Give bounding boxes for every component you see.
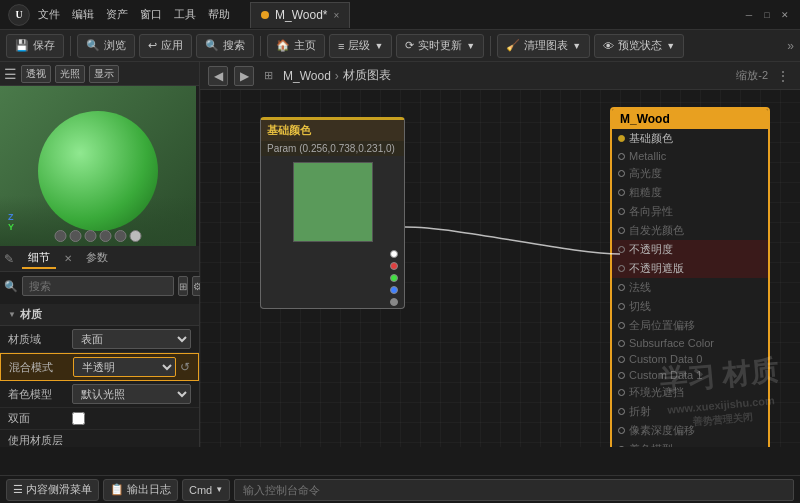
layers-label: 层级	[348, 38, 370, 53]
prop-blend-label: 混合模式	[9, 360, 69, 375]
prop-blend-select[interactable]: 半透明	[73, 357, 176, 377]
node-basic-preview	[293, 162, 373, 242]
clean-chevron: ▼	[572, 41, 581, 51]
menu-assets[interactable]: 资产	[106, 7, 128, 22]
prop-shade-label: 着色模型	[8, 387, 68, 402]
grid-view-button[interactable]: ⊞	[178, 276, 188, 296]
breadcrumb-icon: ⊞	[264, 69, 273, 82]
pin-custom1[interactable]	[618, 372, 625, 379]
panel-tabs: ✎ 细节 ✕ 参数	[0, 246, 199, 272]
lighting-button[interactable]: 光照	[55, 65, 85, 83]
pin-custom0[interactable]	[618, 356, 625, 363]
node-input-subsurface: Subsurface Color	[612, 335, 768, 351]
pin-base-color[interactable]	[618, 135, 625, 142]
prop-shade-select[interactable]: 默认光照	[72, 384, 191, 404]
search-button[interactable]: 🔍 搜索	[196, 34, 254, 58]
content-menu-button[interactable]: ☰ 内容侧滑菜单	[6, 479, 99, 501]
ctrl-dot-5[interactable]	[115, 230, 127, 242]
pin-alpha[interactable]	[390, 298, 398, 306]
tab-modified-dot	[261, 11, 269, 19]
ctrl-dot-2[interactable]	[70, 230, 82, 242]
material-section-header[interactable]: ▼ 材质	[0, 304, 199, 326]
title-bar: U 文件 编辑 资产 窗口 工具 帮助 M_Wood* × ─ □ ✕	[0, 0, 800, 30]
pin-subsurface[interactable]	[618, 340, 625, 347]
menu-edit[interactable]: 编辑	[72, 7, 94, 22]
pin-green[interactable]	[390, 274, 398, 282]
pin-white[interactable]	[390, 250, 398, 258]
apply-icon: ↩	[148, 39, 157, 52]
pin-tangent[interactable]	[618, 303, 625, 310]
nav-back-button[interactable]: ◀	[208, 66, 228, 86]
layers-button[interactable]: ≡ 层级 ▼	[329, 34, 392, 58]
tab-params[interactable]: 参数	[80, 248, 114, 269]
ue-logo-icon: U	[8, 4, 30, 26]
properties-area: ▼ 材质 材质域 表面 混合模式 半透明 ↺	[0, 300, 199, 447]
pin-emissive[interactable]	[618, 227, 625, 234]
prop-shade-row: 着色模型 默认光照	[0, 381, 199, 408]
node-basic-color[interactable]: 基础颜色 Param (0.256,0.738,0.231,0)	[260, 117, 405, 309]
pin-anisotropy[interactable]	[618, 208, 625, 215]
node-input-roughness: 粗糙度	[612, 183, 768, 202]
nav-forward-button[interactable]: ▶	[234, 66, 254, 86]
ctrl-dot-6[interactable]	[130, 230, 142, 242]
node-basic-title: 基础颜色	[261, 120, 404, 141]
pin-world-offset[interactable]	[618, 322, 625, 329]
menu-file[interactable]: 文件	[38, 7, 60, 22]
pin-pixel-depth[interactable]	[618, 427, 625, 434]
pin-ao[interactable]	[618, 389, 625, 396]
tab-close-button[interactable]: ×	[333, 10, 339, 21]
node-input-custom1: Custom Data 1	[612, 367, 768, 383]
node-editor-menu-button[interactable]: ⋮	[774, 67, 792, 85]
pin-blue[interactable]	[390, 286, 398, 294]
preview-button[interactable]: 👁 预览状态 ▼	[594, 34, 684, 58]
pin-red[interactable]	[390, 262, 398, 270]
clean-button[interactable]: 🧹 清理图表 ▼	[497, 34, 590, 58]
home-button[interactable]: 🏠 主页	[267, 34, 325, 58]
minimize-button[interactable]: ─	[742, 8, 756, 22]
pin-refraction[interactable]	[618, 408, 625, 415]
pin-opacity-mask[interactable]	[618, 265, 625, 272]
prop-doublesided-checkbox[interactable]	[72, 412, 85, 425]
realtime-button[interactable]: ⟳ 实时更新 ▼	[396, 34, 484, 58]
cmd-button[interactable]: Cmd ▼	[182, 479, 230, 501]
breadcrumb-separator: ›	[335, 69, 339, 83]
close-button[interactable]: ✕	[778, 8, 792, 22]
cmd-input[interactable]	[234, 479, 794, 501]
show-button[interactable]: 显示	[89, 65, 119, 83]
pin-roughness[interactable]	[618, 189, 625, 196]
menu-window[interactable]: 窗口	[140, 7, 162, 22]
viewport-sphere	[38, 111, 158, 231]
pin-normal[interactable]	[618, 284, 625, 291]
ctrl-dot-1[interactable]	[55, 230, 67, 242]
pin-opacity[interactable]	[618, 246, 625, 253]
pin-shading-model[interactable]	[618, 446, 625, 447]
output-log-button[interactable]: 📋 输出日志	[103, 479, 178, 501]
pin-metallic[interactable]	[618, 153, 625, 160]
toolbar-expand-button[interactable]: »	[787, 39, 794, 53]
node-basic-param: Param (0.256,0.738,0.231,0)	[261, 141, 404, 156]
menu-help[interactable]: 帮助	[208, 7, 230, 22]
prop-blend-reset-icon[interactable]: ↺	[180, 360, 190, 374]
cmd-chevron-icon: ▼	[215, 485, 223, 494]
browse-button[interactable]: 🔍 浏览	[77, 34, 135, 58]
ctrl-dot-4[interactable]	[100, 230, 112, 242]
panel-menu-icon[interactable]: ✎	[4, 252, 14, 266]
menu-tools[interactable]: 工具	[174, 7, 196, 22]
pin-specular[interactable]	[618, 170, 625, 177]
prop-domain-select[interactable]: 表面	[72, 329, 191, 349]
tab-details[interactable]: 细节	[22, 248, 56, 269]
maximize-button[interactable]: □	[760, 8, 774, 22]
ctrl-dot-3[interactable]	[85, 230, 97, 242]
search-input[interactable]	[22, 276, 174, 296]
viewport-menu-icon[interactable]: ☰	[4, 66, 17, 82]
toolbar-separator	[70, 36, 71, 56]
apply-button[interactable]: ↩ 应用	[139, 34, 192, 58]
node-mwood[interactable]: M_Wood 基础颜色 Metallic 高光度 粗糙度 各向异性	[610, 107, 770, 447]
node-input-opacity: 不透明度	[612, 240, 768, 259]
browse-icon: 🔍	[86, 39, 100, 52]
tab-mwood[interactable]: M_Wood* ×	[250, 2, 350, 28]
breadcrumb-item-1: M_Wood	[283, 69, 331, 83]
perspective-button[interactable]: 透视	[21, 65, 51, 83]
save-button[interactable]: 💾 保存	[6, 34, 64, 58]
layers-chevron: ▼	[374, 41, 383, 51]
